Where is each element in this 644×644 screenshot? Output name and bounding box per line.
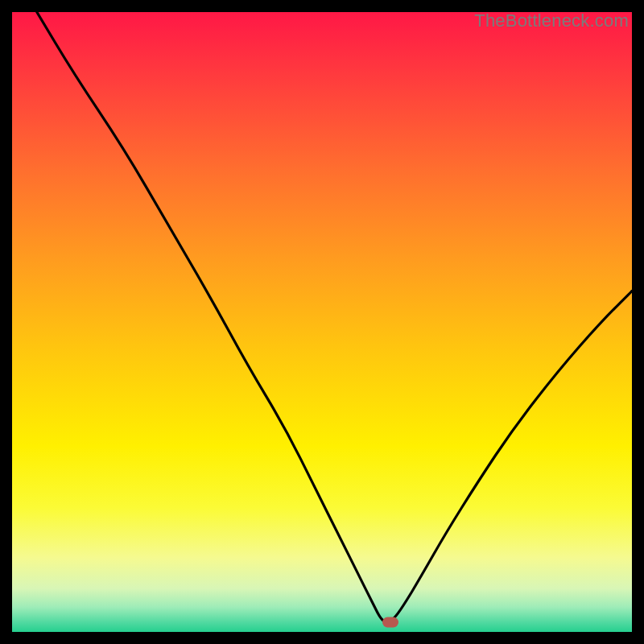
optimal-point-marker: [382, 617, 398, 627]
heat-background: [12, 12, 632, 632]
bottleneck-chart: [12, 12, 632, 632]
watermark-text: TheBottleneck.com: [474, 10, 629, 31]
chart-frame: TheBottleneck.com: [12, 12, 632, 632]
